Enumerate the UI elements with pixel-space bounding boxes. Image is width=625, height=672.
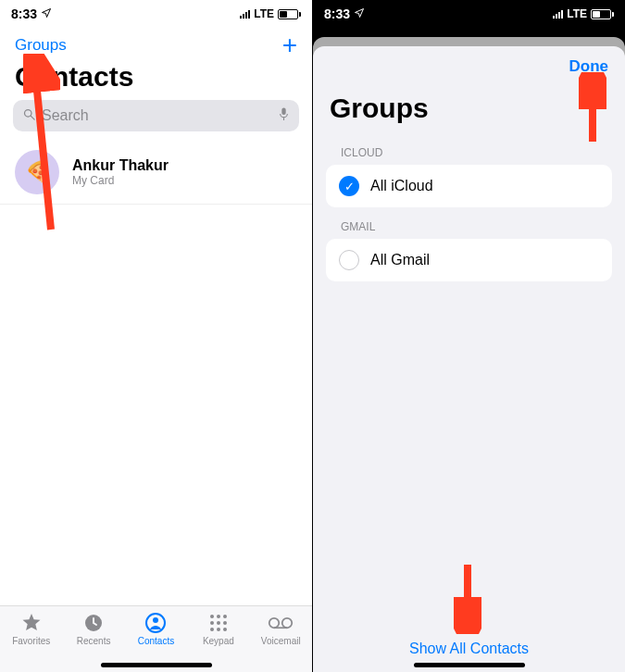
status-time: 8:33 [324,6,350,21]
done-button[interactable]: Done [569,57,609,76]
tab-label: Voicemail [261,636,301,646]
network-label: LTE [254,7,274,20]
nav-bar: Groups + [0,28,312,59]
unchecked-icon [339,250,359,270]
group-row-gmail[interactable]: All Gmail [326,239,612,281]
my-card-row[interactable]: 🍕 Ankur Thakur My Card [0,141,312,205]
home-indicator[interactable] [414,663,525,667]
group-label: All Gmail [370,252,430,268]
star-icon [20,612,43,634]
location-icon [354,7,365,21]
page-title: Contacts [0,59,312,100]
svg-point-14 [217,628,220,631]
svg-point-15 [223,628,227,631]
mic-icon[interactable] [278,106,290,126]
groups-sheet: Done Groups ICLOUD ✓ All iCloud GMAIL Al… [313,46,625,672]
show-all-contacts-button[interactable]: Show All Contacts [409,641,529,656]
svg-point-6 [153,617,158,623]
section-header-icloud: ICLOUD [313,133,625,165]
clock-icon [82,612,105,634]
section-header-gmail: GMAIL [313,207,625,239]
svg-point-16 [269,618,280,628]
svg-point-7 [210,615,214,618]
tab-favorites[interactable]: Favorites [4,612,59,672]
checkmark-icon: ✓ [339,176,359,196]
status-bar: 8:33 LTE [0,0,312,28]
svg-point-9 [223,615,227,618]
svg-point-13 [210,628,214,631]
svg-point-0 [25,109,32,117]
battery-icon [591,9,614,19]
svg-point-17 [282,618,293,628]
contact-subtitle: My Card [72,174,169,187]
svg-point-10 [210,621,214,625]
contacts-screen: 8:33 LTE Groups + Contacts Search [0,0,312,672]
contact-name: Ankur Thakur [72,157,169,174]
signal-icon [553,9,563,19]
network-label: LTE [567,7,587,20]
location-icon [41,7,52,21]
group-row-icloud[interactable]: ✓ All iCloud [326,165,612,207]
svg-point-12 [223,621,227,625]
groups-screen: 8:33 LTE Done Groups ICLOUD ✓ All iCloud… [313,0,625,672]
status-time: 8:33 [11,6,37,21]
groups-button[interactable]: Groups [15,36,67,55]
svg-rect-2 [281,107,285,115]
svg-line-1 [31,116,34,119]
svg-point-11 [217,621,220,625]
tab-label: Keypad [203,636,234,646]
status-bar: 8:33 LTE [313,0,625,28]
person-icon [144,612,167,634]
battery-icon [278,9,301,19]
keypad-icon [207,612,230,634]
search-icon [22,107,36,125]
home-indicator[interactable] [101,663,212,667]
svg-point-8 [217,615,220,618]
tab-voicemail[interactable]: Voicemail [253,612,308,672]
tab-label: Favorites [12,636,50,646]
search-input[interactable]: Search [13,100,299,131]
add-contact-button[interactable]: + [282,36,297,55]
voicemail-icon [268,612,294,634]
signal-icon [240,9,250,19]
group-label: All iCloud [370,178,433,194]
sheet-title: Groups [313,76,625,133]
avatar-emoji: 🍕 [25,160,50,184]
search-placeholder: Search [42,107,89,124]
avatar: 🍕 [15,150,59,194]
tab-label: Contacts [138,636,174,646]
tab-label: Recents [77,636,111,646]
